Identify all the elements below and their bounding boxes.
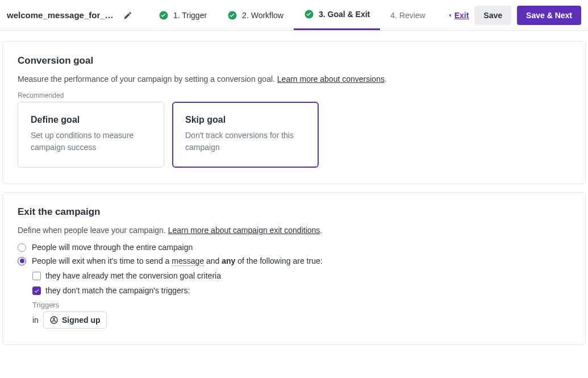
goal-tile-title: Skip goal bbox=[185, 115, 306, 125]
triggers-label: Triggers bbox=[32, 301, 570, 309]
exit-desc: Define when people leave your campaign. … bbox=[18, 226, 570, 235]
wizard-step[interactable]: 3. Goal & Exit bbox=[294, 0, 380, 30]
radio-label: People will exit when it's time to send … bbox=[32, 256, 323, 265]
step-label: 2. Workflow bbox=[242, 11, 283, 20]
radio-label: People will move through the entire camp… bbox=[32, 243, 193, 252]
exit-heading: Exit the campaign bbox=[18, 206, 570, 218]
save-button[interactable]: Save bbox=[474, 6, 511, 25]
wizard-header: welcome_message_for_new_… 1. Trigger2. W… bbox=[0, 0, 588, 31]
segment-icon bbox=[49, 315, 59, 325]
trigger-chip[interactable]: Signed up bbox=[43, 311, 107, 329]
conversion-goal-card: Conversion goal Measure the performance … bbox=[2, 41, 586, 184]
conversion-heading: Conversion goal bbox=[18, 55, 570, 67]
wizard-steps: 1. Trigger2. Workflow3. Goal & Exit4. Re… bbox=[142, 0, 442, 30]
trigger-chip-label: Signed up bbox=[62, 315, 101, 325]
checkbox-icon bbox=[32, 272, 41, 280]
step-label: 4. Review bbox=[390, 11, 425, 20]
check-icon bbox=[227, 10, 237, 20]
save-next-button[interactable]: Save & Next bbox=[517, 6, 581, 25]
goal-tile-title: Define goal bbox=[31, 115, 151, 125]
exit-link[interactable]: Exit bbox=[447, 11, 469, 20]
learn-more-exit-link[interactable]: Learn more about campaign exit condition… bbox=[168, 226, 320, 235]
check-icon bbox=[304, 9, 314, 19]
radio-icon bbox=[18, 257, 26, 265]
goal-options: Define goalSet up conditions to measure … bbox=[18, 102, 570, 168]
define-goal-tile[interactable]: Define goalSet up conditions to measure … bbox=[18, 102, 164, 168]
step-label: 1. Trigger bbox=[173, 11, 207, 20]
checkbox-icon bbox=[32, 286, 41, 295]
checkbox-no-match-triggers[interactable]: they don't match the campaign's triggers… bbox=[32, 286, 570, 295]
checkbox-label: they don't match the campaign's triggers… bbox=[45, 286, 190, 295]
conversion-desc: Measure the performance of your campaign… bbox=[18, 74, 570, 84]
goal-tile-desc: Set up conditions to measure campaign su… bbox=[31, 130, 151, 153]
campaign-title: welcome_message_for_new_… bbox=[7, 10, 118, 20]
recommended-label: Recommended bbox=[18, 92, 570, 99]
trigger-in: in bbox=[32, 315, 39, 325]
checkbox-label: they have already met the conversion goa… bbox=[45, 271, 221, 280]
skip-goal-tile[interactable]: Skip goalDon't track conversions for thi… bbox=[172, 102, 319, 168]
wizard-step[interactable]: 4. Review bbox=[380, 0, 435, 30]
edit-title-icon[interactable] bbox=[123, 11, 132, 20]
exit-campaign-card: Exit the campaign Define when people lea… bbox=[2, 192, 586, 345]
checkbox-conversion-met[interactable]: they have already met the conversion goa… bbox=[32, 271, 570, 280]
radio-move-entire[interactable]: People will move through the entire camp… bbox=[18, 243, 570, 252]
radio-icon bbox=[18, 243, 26, 252]
check-icon bbox=[159, 10, 169, 20]
wizard-step[interactable]: 1. Trigger bbox=[148, 0, 217, 30]
wizard-step[interactable]: 2. Workflow bbox=[217, 0, 294, 30]
svg-point-3 bbox=[51, 317, 57, 323]
learn-more-conversions-link[interactable]: Learn more about conversions bbox=[277, 74, 385, 84]
svg-point-4 bbox=[53, 318, 55, 319]
step-label: 3. Goal & Exit bbox=[319, 10, 370, 19]
goal-tile-desc: Don't track conversions for this campaig… bbox=[185, 130, 306, 153]
exit-label: Exit bbox=[454, 11, 469, 20]
message-term[interactable]: message bbox=[172, 256, 204, 266]
radio-exit-conditions[interactable]: People will exit when it's time to send … bbox=[18, 256, 570, 265]
